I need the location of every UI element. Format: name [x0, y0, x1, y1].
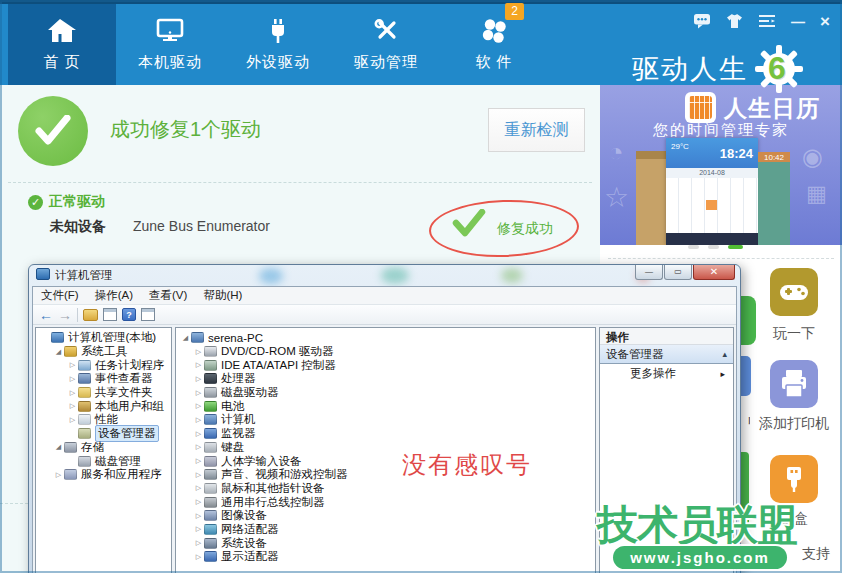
dm-menu-item[interactable]: 查看(V) [141, 288, 195, 303]
device-tree-item[interactable]: ▷ 计算机 [176, 413, 595, 427]
expander-icon[interactable]: ▷ [67, 402, 78, 410]
carousel-dot[interactable] [688, 245, 699, 249]
carousel-dot-active[interactable] [728, 245, 743, 249]
device-tree-item[interactable]: ▷ 处理器 [176, 372, 595, 386]
feedback-icon[interactable] [693, 12, 711, 32]
tree-item-icon [51, 332, 64, 343]
expander-icon[interactable]: ▷ [193, 375, 204, 383]
check-circle-icon: ✓ [28, 195, 43, 210]
device-tree-item[interactable]: ▷ 显示适配器 [176, 550, 595, 564]
calendar-ad-banner[interactable]: ◔ ☆ ◉ ▦ 人生日历 您的时间管理专家 29°C 18:24 2014-08… [600, 85, 842, 245]
console-tree-item[interactable]: ◢ 系统工具 [36, 345, 171, 359]
console-tree-item[interactable]: 设备管理器 [36, 427, 171, 441]
back-icon[interactable]: ← [39, 307, 53, 323]
device-tree-item[interactable]: ▷ 系统设备 [176, 536, 595, 550]
expander-icon[interactable]: ▷ [193, 402, 204, 410]
expander-icon[interactable]: ▷ [193, 416, 204, 424]
tab-peripheral-drivers[interactable]: 外设驱动 [224, 4, 332, 85]
treasure-box-button[interactable] [770, 455, 818, 503]
expander-icon[interactable]: ▷ [193, 512, 204, 520]
device-tree-item[interactable]: ▷ 监视器 [176, 427, 595, 441]
expander-icon[interactable]: ◢ [180, 334, 191, 342]
console-tree-item[interactable]: 磁盘管理 [36, 454, 171, 468]
expander-icon[interactable]: ◢ [53, 348, 64, 356]
console-tree-item[interactable]: ▷ 共享文件夹 [36, 386, 171, 400]
ad-screenshot-right: 10:42 [758, 152, 790, 245]
expander-icon[interactable]: ▷ [193, 430, 204, 438]
console-tree-item[interactable]: ◢ 存储 [36, 441, 171, 455]
status-message: 成功修复1个驱动 [110, 116, 261, 143]
more-actions-item[interactable]: 更多操作 ▸ [600, 364, 733, 383]
device-category-icon [204, 551, 217, 562]
device-tree-item[interactable]: ▷ 图像设备 [176, 509, 595, 523]
expander-icon[interactable]: ▷ [193, 457, 204, 465]
expander-icon[interactable]: ▷ [193, 525, 204, 533]
expander-icon[interactable]: ◢ [53, 443, 64, 451]
dm-minimize-button[interactable]: — [635, 265, 663, 280]
device-tree-item[interactable]: ▷ 网络适配器 [176, 523, 595, 537]
minimize-icon[interactable]: — [791, 14, 805, 30]
add-printer-button[interactable] [770, 360, 818, 408]
skin-icon[interactable] [726, 13, 743, 32]
expander-icon[interactable]: ▷ [193, 471, 204, 479]
expander-icon[interactable]: ▷ [193, 443, 204, 451]
version-number: 6 [768, 50, 786, 87]
device-tree-item[interactable]: ▷ 通用串行总线控制器 [176, 495, 595, 509]
console-tree-item[interactable]: ▷ 服务和应用程序 [36, 468, 171, 482]
console-tree-item[interactable]: ▷ 事件查看器 [36, 372, 171, 386]
play-game-button[interactable] [770, 268, 818, 316]
console-tree-item[interactable]: ▷ 本地用户和组 [36, 399, 171, 413]
close-icon[interactable]: × [820, 14, 830, 30]
dm-titlebar[interactable]: 计算机管理 — ▭ ✕ [29, 265, 740, 286]
device-tree-item[interactable]: ▷ DVD/CD-ROM 驱动器 [176, 345, 595, 359]
device-tree-item[interactable]: ▷ 键盘 [176, 441, 595, 455]
tab-driver-management-label: 驱动管理 [332, 53, 440, 72]
tree-item-icon [78, 414, 91, 425]
device-tree-item[interactable]: ▷ 磁盘驱动器 [176, 386, 595, 400]
dm-menu-item[interactable]: 操作(A) [87, 288, 141, 303]
device-tree-pane: ◢ serena-PC ▷ DVD/CD-ROM 驱动器 ▷ [175, 327, 596, 573]
tab-driver-management[interactable]: 驱动管理 [332, 4, 440, 85]
show-action-pane-icon[interactable] [103, 308, 117, 321]
console-tree-toggle-icon[interactable] [83, 309, 98, 321]
console-tree-item[interactable]: 计算机管理(本地) [36, 331, 171, 345]
expander-icon[interactable]: ▷ [193, 484, 204, 492]
actions-section-header[interactable]: 设备管理器 ▴ [600, 345, 733, 364]
device-tree-item[interactable]: ▷ 声音、视频和游戏控制器 [176, 468, 595, 482]
rescan-button[interactable]: 重新检测 [488, 108, 585, 152]
collapse-icon[interactable]: ▴ [722, 349, 727, 359]
device-tree-item[interactable]: ▷ IDE ATA/ATAPI 控制器 [176, 358, 595, 372]
expander-icon[interactable]: ▷ [193, 553, 204, 561]
tab-software[interactable]: 软 件 2 [440, 4, 548, 85]
expander-icon[interactable]: ▷ [53, 471, 64, 479]
expander-icon[interactable]: ▷ [67, 375, 78, 383]
device-tree-item[interactable]: ▷ 人体学输入设备 [176, 454, 595, 468]
device-tree-item[interactable]: ▷ 电池 [176, 399, 595, 413]
carousel-dot[interactable] [708, 245, 719, 249]
main-menu-icon[interactable] [758, 13, 776, 31]
tree-item-icon [64, 346, 77, 357]
expander-icon[interactable]: ▷ [67, 389, 78, 397]
dm-menu-item[interactable]: 帮助(H) [195, 288, 250, 303]
dm-menu-item[interactable]: 文件(F) [33, 288, 87, 303]
dm-close-button[interactable]: ✕ [693, 265, 735, 280]
device-tree-item[interactable]: ▷ 鼠标和其他指针设备 [176, 482, 595, 496]
forward-icon[interactable]: → [58, 307, 72, 323]
ad-screenshot-center: 29°C 18:24 2014-08 [666, 138, 758, 245]
tab-home[interactable]: 首 页 [8, 4, 116, 85]
dm-maximize-button[interactable]: ▭ [664, 265, 692, 280]
expander-icon[interactable]: ▷ [67, 361, 78, 369]
expander-icon[interactable]: ▷ [193, 539, 204, 547]
standard-view-icon[interactable] [141, 308, 155, 321]
device-tree-item[interactable]: ◢ serena-PC [176, 331, 595, 345]
expander-icon[interactable]: ▷ [193, 361, 204, 369]
help-icon[interactable]: ? [122, 308, 136, 321]
expander-icon[interactable]: ▷ [193, 348, 204, 356]
tab-local-drivers[interactable]: 本机驱动 [116, 4, 224, 85]
expander-icon[interactable]: ▷ [67, 416, 78, 424]
monitor-icon [154, 32, 186, 49]
expander-icon[interactable]: ▷ [193, 389, 204, 397]
clock-deco-icon: ◔ [608, 137, 624, 168]
console-tree-item[interactable]: ▷ 任务计划程序 [36, 358, 171, 372]
expander-icon[interactable]: ▷ [193, 498, 204, 506]
